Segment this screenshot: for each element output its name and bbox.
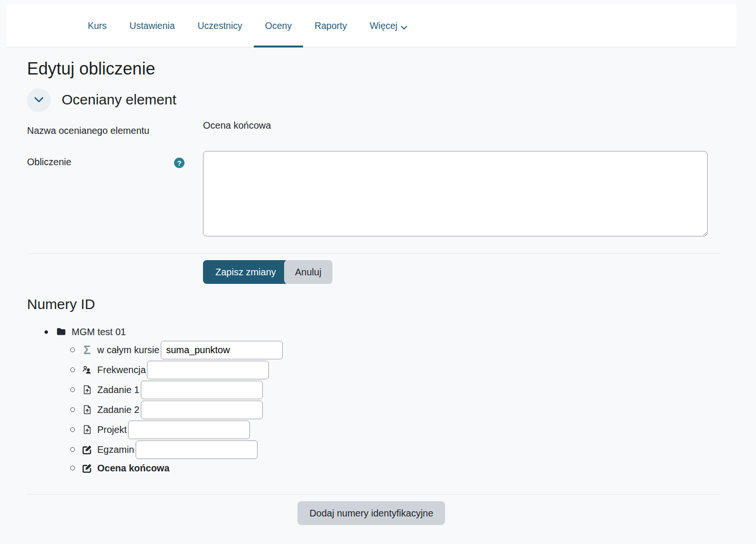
calculation-textarea[interactable] [203,151,708,236]
bullet [70,367,75,372]
id-number-row: Zadanie 2 [70,400,283,420]
grade-item-label: w całym kursie [97,345,159,356]
collapse-section-button[interactable] [27,88,51,112]
id-number-row: Σ w całym kursie [70,340,283,360]
nav-tab-label: Kurs [88,20,107,31]
course-nav-tabs: Kurs Ustawienia Uczestnicy Oceny Raporty… [6,5,737,47]
id-number-input[interactable] [147,361,269,379]
grade-item-label: Zadanie 1 [97,385,139,395]
nav-tab-label: Oceny [265,20,292,31]
id-number-row: Frekwencja [70,360,283,380]
item-name-label: Nazwa ocenianego elementu [27,125,149,136]
tab-kurs[interactable]: Kurs [76,5,118,47]
course-row: MGM test 01 [45,322,126,341]
section-title: Oceniany element [62,92,176,108]
upload-icon [81,404,93,415]
attendance-icon [81,365,93,375]
id-number-input[interactable] [141,381,263,399]
grade-item-label: Egzamin [97,444,134,455]
grade-item-label: Zadanie 2 [97,404,139,415]
nav-tab-label: Ustawienia [129,20,175,31]
tab-więcej[interactable]: Więcej [358,5,419,47]
chevron-down-icon [401,21,407,32]
item-name-value: Ocena końcowa [203,120,271,131]
nav-tab-label: Uczestnicy [198,20,242,31]
id-number-row: Projekt [70,420,283,440]
grade-item-label: Frekwencja [97,365,146,375]
divider [27,253,721,254]
id-number-input[interactable] [128,421,250,439]
bullet [70,347,75,352]
nav-tab-label: Więcej [369,20,397,31]
grade-item-label: Ocena końcowa [97,463,169,474]
id-number-input[interactable] [136,441,258,459]
help-glyph: ? [177,159,181,167]
id-numbers-list: Σ w całym kursie Frekwencja Zadanie 1 Za… [70,340,283,477]
bullet [45,330,48,334]
tab-oceny[interactable]: Oceny [254,5,303,47]
course-nav-bar: Kurs Ustawienia Uczestnicy Oceny Raporty… [6,5,737,47]
page: Kurs Ustawienia Uczestnicy Oceny Raporty… [0,0,756,544]
id-numbers-heading: Numery ID [27,296,95,312]
bullet [70,427,75,432]
edit-icon [81,445,93,455]
folder-icon [55,326,67,338]
id-number-row: Ocena końcowa [70,460,283,477]
bullet [70,447,75,452]
course-name: MGM test 01 [72,327,126,338]
id-number-input[interactable] [161,341,283,359]
tab-raporty[interactable]: Raporty [303,5,358,47]
bullet [70,407,75,412]
id-number-row: Egzamin [70,440,283,460]
id-number-row: Zadanie 1 [70,380,283,400]
tab-uczestnicy[interactable]: Uczestnicy [186,5,254,47]
sigma-icon: Σ [81,344,93,356]
tab-ustawienia[interactable]: Ustawienia [118,5,186,47]
bullet [70,387,75,392]
help-icon[interactable]: ? [174,158,184,168]
cancel-button[interactable]: Anuluj [284,260,332,284]
chevron-down-icon [34,97,44,104]
nav-tab-label: Raporty [314,20,347,31]
save-button[interactable]: Zapisz zmiany [203,260,288,284]
id-number-input[interactable] [141,401,263,419]
bullet [70,466,75,470]
divider [27,494,721,495]
page-title: Edytuj obliczenie [27,59,155,79]
upload-icon [81,424,93,435]
calculation-label: Obliczenie [27,157,71,168]
upload-icon [81,385,93,395]
add-id-numbers-button[interactable]: Dodaj numery identyfikacyjne [297,501,445,525]
grade-item-label: Projekt [97,424,127,435]
edit-icon [81,463,93,473]
